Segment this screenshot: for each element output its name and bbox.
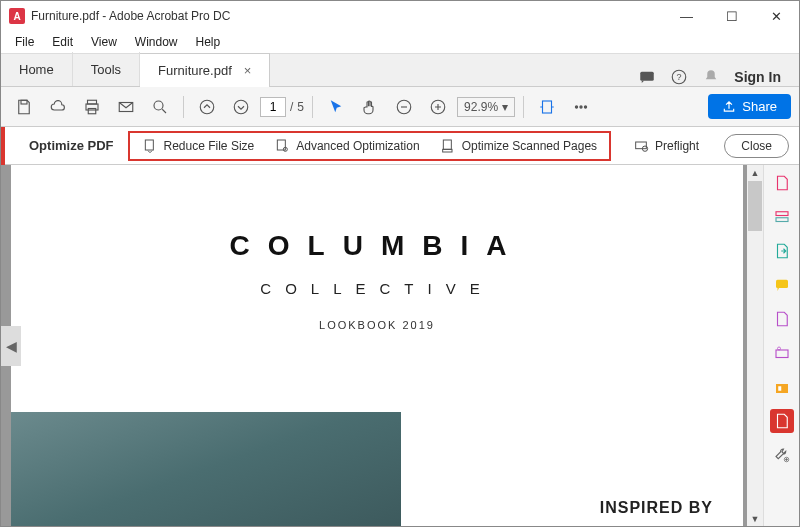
- page-current-input[interactable]: [260, 97, 286, 117]
- svg-rect-20: [443, 140, 451, 149]
- svg-rect-21: [442, 149, 451, 152]
- svg-rect-22: [636, 142, 647, 149]
- pdf-page: COLUMBIA COLLECTIVE LOOKBOOK 2019 INSPIR…: [11, 165, 743, 527]
- tab-label: Furniture.pdf: [158, 63, 232, 78]
- tab-bar: Home Tools Furniture.pdf × ? Sign In: [1, 53, 799, 87]
- sidebar-more-tools-icon[interactable]: [770, 443, 794, 467]
- optimize-accent: [1, 127, 5, 165]
- page-up-icon[interactable]: [192, 92, 222, 122]
- title-bar: A Furniture.pdf - Adobe Acrobat Pro DC —…: [1, 1, 799, 31]
- page-down-icon[interactable]: [226, 92, 256, 122]
- zoom-select[interactable]: 92.9%▾: [457, 97, 515, 117]
- page-indicator: / 5: [260, 97, 304, 117]
- content-area: COLUMBIA COLLECTIVE LOOKBOOK 2019 INSPIR…: [1, 165, 799, 527]
- bell-icon[interactable]: [702, 68, 720, 86]
- page-total: 5: [297, 100, 304, 114]
- share-button[interactable]: Share: [708, 94, 791, 119]
- advanced-optimization-button[interactable]: Advanced Optimization: [266, 134, 427, 158]
- scroll-thumb[interactable]: [748, 181, 762, 231]
- sidebar-comment-icon[interactable]: [770, 273, 794, 297]
- svg-rect-6: [88, 108, 96, 113]
- print-icon[interactable]: [77, 92, 107, 122]
- sidebar-export-icon[interactable]: [770, 239, 794, 263]
- svg-point-8: [154, 101, 163, 110]
- chat-icon[interactable]: [638, 68, 656, 86]
- doc-image: [11, 412, 401, 527]
- zoom-in-icon[interactable]: [423, 92, 453, 122]
- cloud-icon[interactable]: [43, 92, 73, 122]
- svg-point-14: [575, 105, 577, 107]
- svg-rect-27: [776, 350, 788, 358]
- svg-point-10: [234, 100, 248, 114]
- preflight-button[interactable]: Preflight: [625, 134, 707, 158]
- save-icon[interactable]: [9, 92, 39, 122]
- doc-heading-2: COLLECTIVE: [260, 280, 493, 297]
- menu-bar: File Edit View Window Help: [1, 31, 799, 53]
- svg-rect-13: [543, 101, 552, 113]
- svg-point-9: [200, 100, 214, 114]
- svg-rect-18: [278, 140, 286, 150]
- svg-rect-3: [21, 100, 27, 104]
- optimize-title: Optimize PDF: [29, 138, 114, 153]
- sidebar-optimize-icon[interactable]: [770, 409, 794, 433]
- select-icon[interactable]: [321, 92, 351, 122]
- main-toolbar: / 5 92.9%▾ Share: [1, 87, 799, 127]
- sign-in-link[interactable]: Sign In: [734, 69, 781, 85]
- tab-tools[interactable]: Tools: [73, 52, 140, 86]
- more-icon[interactable]: [566, 92, 596, 122]
- svg-point-16: [584, 105, 586, 107]
- svg-rect-17: [145, 140, 153, 150]
- reduce-file-size-button[interactable]: Reduce File Size: [134, 134, 263, 158]
- svg-rect-24: [776, 212, 788, 216]
- svg-rect-29: [776, 384, 788, 393]
- close-window-button[interactable]: ✕: [754, 1, 799, 31]
- menu-edit[interactable]: Edit: [44, 33, 81, 51]
- menu-view[interactable]: View: [83, 33, 125, 51]
- doc-heading-3: LOOKBOOK 2019: [319, 319, 435, 331]
- svg-rect-25: [776, 218, 788, 222]
- sidebar-organize-icon[interactable]: [770, 307, 794, 331]
- zoom-out-icon[interactable]: [389, 92, 419, 122]
- help-icon[interactable]: ?: [670, 68, 688, 86]
- doc-heading-1: COLUMBIA: [230, 230, 525, 262]
- vertical-scrollbar[interactable]: ▲ ▼: [747, 165, 763, 527]
- sidebar-protect-icon[interactable]: [770, 375, 794, 399]
- tab-close-icon[interactable]: ×: [244, 63, 252, 78]
- tab-document[interactable]: Furniture.pdf ×: [140, 53, 270, 87]
- optimize-toolbar: Optimize PDF Reduce File Size Advanced O…: [1, 127, 799, 165]
- menu-window[interactable]: Window: [127, 33, 186, 51]
- optimize-scanned-button[interactable]: Optimize Scanned Pages: [432, 134, 605, 158]
- svg-text:?: ?: [677, 72, 682, 82]
- svg-rect-30: [778, 386, 781, 391]
- menu-file[interactable]: File: [7, 33, 42, 51]
- right-sidebar: [763, 165, 799, 527]
- hand-icon[interactable]: [355, 92, 385, 122]
- document-viewport[interactable]: COLUMBIA COLLECTIVE LOOKBOOK 2019 INSPIR…: [1, 165, 763, 527]
- maximize-button[interactable]: ☐: [709, 1, 754, 31]
- prev-page-chevron[interactable]: ◀: [1, 326, 21, 366]
- menu-help[interactable]: Help: [188, 33, 229, 51]
- scroll-down-icon[interactable]: ▼: [747, 511, 763, 527]
- sidebar-edit-icon[interactable]: [770, 205, 794, 229]
- search-icon[interactable]: [145, 92, 175, 122]
- window-title: Furniture.pdf - Adobe Acrobat Pro DC: [31, 9, 230, 23]
- close-panel-button[interactable]: Close: [724, 134, 789, 158]
- doc-inspired-text: INSPIRED BY: [600, 499, 713, 517]
- app-icon: A: [9, 8, 25, 24]
- scroll-up-icon[interactable]: ▲: [747, 165, 763, 181]
- mail-icon[interactable]: [111, 92, 141, 122]
- svg-point-15: [580, 105, 582, 107]
- svg-rect-26: [776, 280, 788, 288]
- optimize-highlight-group: Reduce File Size Advanced Optimization O…: [128, 131, 612, 161]
- chevron-down-icon: ▾: [502, 100, 508, 114]
- sidebar-create-icon[interactable]: [770, 171, 794, 195]
- tab-home[interactable]: Home: [1, 52, 73, 86]
- sidebar-enhance-icon[interactable]: [770, 341, 794, 365]
- fit-width-icon[interactable]: [532, 92, 562, 122]
- svg-rect-0: [641, 72, 655, 81]
- minimize-button[interactable]: —: [664, 1, 709, 31]
